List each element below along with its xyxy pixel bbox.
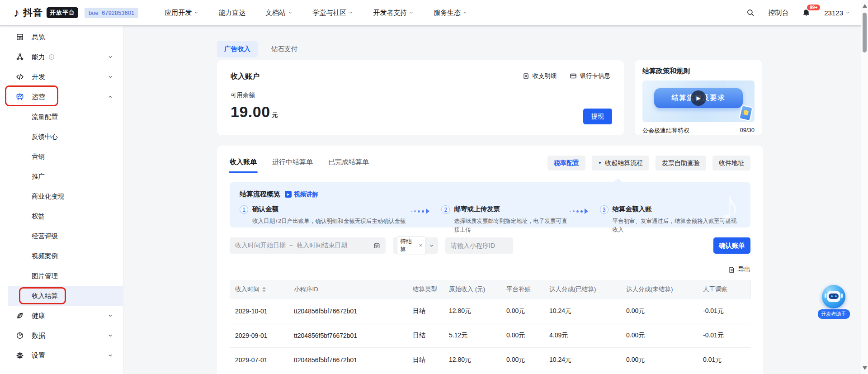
- sort-icon[interactable]: [262, 287, 266, 292]
- income-card-title: 收入账户: [231, 72, 259, 81]
- sidebar-subitem-image-management[interactable]: 图片管理: [0, 266, 123, 286]
- caret-down-icon: ▼: [598, 161, 602, 165]
- export-link[interactable]: 导出: [728, 265, 750, 274]
- sidebar-subitem-marketing[interactable]: 营销: [0, 147, 123, 166]
- tab-diamond-pay[interactable]: 钻石支付: [264, 41, 305, 57]
- douyin-logo[interactable]: ♪ 抖音 开放平台: [14, 6, 78, 19]
- balance-amount: 19.00: [231, 103, 270, 121]
- export-file-icon: [728, 266, 735, 273]
- invoice-verify-button[interactable]: 发票自助查验: [656, 156, 706, 170]
- tag-close-icon[interactable]: ×: [419, 242, 422, 249]
- gear-icon: [15, 351, 24, 360]
- collapse-flow-button[interactable]: ▼收起结算流程: [592, 156, 649, 170]
- sidebar-subitem-promotion[interactable]: 推广: [0, 166, 123, 186]
- chevron-up-icon: [108, 94, 113, 99]
- nav-item-ecosystem[interactable]: 服务生态: [434, 9, 467, 17]
- sidebar-item-develop[interactable]: 开发: [0, 67, 123, 87]
- phone-illustration: [739, 105, 753, 122]
- chevron-down-icon: [845, 10, 850, 15]
- balance-label: 可用余额: [231, 91, 610, 99]
- notification-bell-icon[interactable]: 99+: [802, 9, 811, 17]
- nav-item-support[interactable]: 开发者支持: [373, 9, 414, 17]
- sidebar-subitem-video-cases[interactable]: 视频案例: [0, 246, 123, 266]
- sidebar-subitem-business-rating[interactable]: 经营评级: [0, 226, 123, 246]
- income-detail-link[interactable]: 收支明细: [523, 72, 557, 80]
- sidebar-subitem-traffic-config[interactable]: 流量配置: [0, 107, 123, 127]
- assistant-label: 开发者助手: [818, 309, 850, 319]
- sidebar-subitem-income-settlement[interactable]: 收入结算: [8, 286, 123, 306]
- user-id: 23123: [824, 9, 843, 17]
- page-scrollbar[interactable]: [861, 0, 868, 374]
- tab-income-bills[interactable]: 收入账单: [230, 158, 257, 173]
- scrollbar-up-arrow[interactable]: [863, 4, 867, 8]
- chevron-down-icon: [349, 10, 353, 15]
- flow-step-1: 1 确认金额 收入日期+2日产出账单，确认明细和金额无误后主动确认金额: [240, 205, 411, 226]
- flow-step-2: 2 邮寄或上传发票 选择纸质发票邮寄到指定地址，电子发票可直接上传: [441, 205, 569, 234]
- date-range-picker[interactable]: 收入时间开始日期 ~ 收入时间结束日期: [230, 237, 386, 254]
- income-account-card: 收入账户 收支明细 银行卡信息 可用余额 19.00 元 提现: [217, 60, 624, 135]
- chevron-down-icon: [288, 10, 292, 15]
- withdraw-button[interactable]: 提现: [583, 109, 612, 124]
- tax-rate-config-button[interactable]: 税率配置: [547, 156, 585, 170]
- settlement-card: 收入账单 进行中结算单 已完成结算单 税率配置 ▼收起结算流程 发票自助查验 收…: [217, 146, 763, 374]
- table-row[interactable]: 2029-10-01 tt204856f5bf76672b01 日结 12.80…: [230, 299, 750, 323]
- chevron-down-icon: [108, 333, 113, 338]
- presentation-chart-icon: [15, 92, 24, 101]
- revenue-type-tabs: 广告收入 钻石支付: [217, 41, 305, 57]
- play-icon[interactable]: ▶: [691, 90, 706, 106]
- panel-caret: [613, 178, 623, 183]
- nav-item-docs[interactable]: 文档站: [265, 9, 292, 17]
- sidebar-item-capability[interactable]: 能力: [0, 47, 123, 67]
- logo-text: 抖音: [23, 6, 43, 19]
- chevron-down-icon: [108, 313, 113, 318]
- bank-card-icon: [570, 72, 577, 80]
- sidebar-item-health[interactable]: 健康: [0, 306, 123, 326]
- calendar-icon: [373, 242, 380, 249]
- nav-item-community[interactable]: 学堂与社区: [312, 9, 353, 17]
- top-nav: 应用开发 能力直达 文档站 学堂与社区 开发者支持 服务生态: [165, 9, 467, 17]
- user-menu[interactable]: 23123: [824, 9, 850, 17]
- document-icon: [523, 73, 529, 80]
- dashboard-grid-icon: [15, 33, 24, 42]
- sidebar-subitem-feedback-center[interactable]: 反馈中心: [0, 127, 123, 147]
- flow-arrow-icon: [570, 208, 588, 214]
- flow-arrow-icon: [411, 208, 429, 214]
- settlement-status-select[interactable]: 待结算 ×: [393, 237, 438, 254]
- mailing-address-button[interactable]: 收件地址: [712, 156, 750, 170]
- status-tag: 待结算 ×: [397, 236, 425, 255]
- search-icon[interactable]: [746, 9, 755, 17]
- tab-completed-settlements[interactable]: 已完成结算单: [328, 158, 369, 173]
- mini-app-id-input[interactable]: [445, 237, 513, 254]
- chevron-down-icon: [194, 10, 198, 15]
- confirm-bill-button[interactable]: 确认账单: [713, 237, 750, 254]
- income-bills-table: 收入时间 小程序ID 结算类型 原始收入 (元) 平台补贴 达人分成(已结算) …: [230, 280, 750, 372]
- sidebar-item-data[interactable]: 数据: [0, 326, 123, 346]
- sidebar-subitem-monetization[interactable]: 商业化变现: [0, 186, 123, 206]
- env-badge: boe_6792853601: [85, 8, 138, 18]
- scrollbar-thumb[interactable]: [863, 13, 867, 52]
- developer-assistant-widget[interactable]: 开发者助手: [816, 285, 851, 319]
- sidebar-subitem-benefits[interactable]: 权益: [0, 206, 123, 226]
- scrollbar-down-arrow[interactable]: [863, 366, 867, 370]
- chevron-down-icon: [409, 10, 414, 15]
- policy-video-thumbnail[interactable]: 结算流程及要求 ▶: [642, 80, 755, 122]
- table-row[interactable]: 2029-07-01 tt204856f5bf76672b01 日结 12.80…: [230, 348, 750, 372]
- flow-video-link[interactable]: ▶ 视频讲解: [285, 190, 318, 199]
- table-row[interactable]: 2029-09-01 tt204856f5bf76672b01 日结 5.12元…: [230, 323, 750, 348]
- chevron-down-icon: [108, 74, 113, 80]
- nav-item-capability[interactable]: 能力直达: [218, 9, 245, 17]
- bank-card-link[interactable]: 银行卡信息: [570, 72, 611, 80]
- guild-settlement-link[interactable]: 公会极速结算特权: [642, 127, 689, 135]
- leaf-icon: [15, 311, 24, 320]
- nav-item-app-dev[interactable]: 应用开发: [165, 9, 198, 17]
- tab-ad-revenue[interactable]: 广告收入: [217, 41, 258, 57]
- console-link[interactable]: 控制台: [768, 9, 788, 17]
- notification-count-badge: 99+: [806, 4, 821, 11]
- sidebar-item-overview[interactable]: 总览: [0, 27, 123, 47]
- flow-title: 结算流程概览: [240, 190, 280, 199]
- currency-unit: 元: [272, 111, 278, 119]
- settlement-tabs: 收入账单 进行中结算单 已完成结算单: [230, 158, 369, 173]
- sidebar-item-operations[interactable]: 运营: [0, 87, 123, 107]
- tab-in-progress-settlements[interactable]: 进行中结算单: [272, 158, 313, 173]
- sidebar-item-settings[interactable]: 设置: [0, 346, 123, 365]
